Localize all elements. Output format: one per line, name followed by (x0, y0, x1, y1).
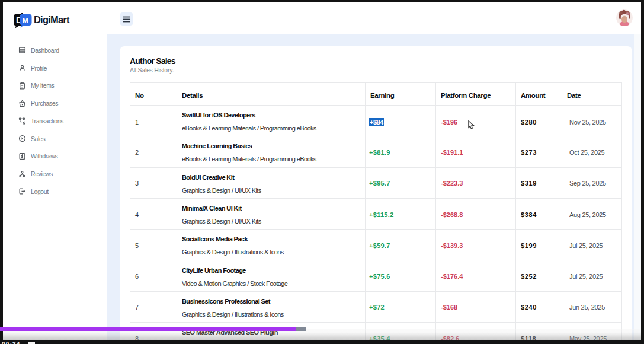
svg-text:M: M (23, 17, 28, 25)
